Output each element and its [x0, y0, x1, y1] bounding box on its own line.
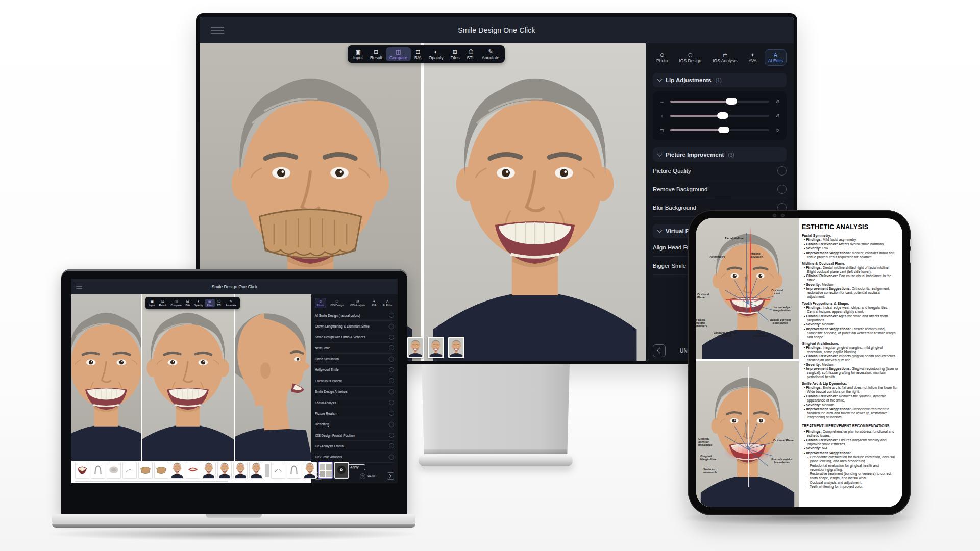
- result-thumbnail-3[interactable]: [448, 337, 464, 358]
- strip-thumbnail-15-arch[interactable]: [287, 462, 301, 479]
- design-option-edentulous-patient[interactable]: Edentulous Patient: [315, 375, 394, 386]
- ava-icon: ✦: [373, 299, 375, 303]
- thumbnail-scrollbar[interactable]: [71, 480, 311, 483]
- section-header-lip-adjustments[interactable]: Lip Adjustments (1): [653, 73, 787, 87]
- design-option-ios-analysis-frontal[interactable]: IOS Analysis Frontal: [315, 441, 394, 452]
- toggle-hollywood-smile[interactable]: [389, 367, 394, 372]
- strip-thumbnail-16-face[interactable]: [303, 462, 317, 479]
- redo-button[interactable]: ↷REDO: [360, 473, 376, 479]
- strip-thumbnail-1-teeth[interactable]: [75, 462, 89, 479]
- design-option-facial-analysis[interactable]: Facial Analysis: [315, 397, 394, 408]
- option-row-remove-background[interactable]: Remove Background: [653, 180, 787, 198]
- laptop-toolbar-stl-button[interactable]: ⬡STL: [215, 299, 224, 308]
- laptop-toolbar-result-button[interactable]: ⊡Result: [157, 299, 169, 308]
- monitor-toolbar-input-button[interactable]: ▣Input: [350, 47, 366, 61]
- strip-thumbnail-6-denture[interactable]: [154, 462, 168, 479]
- laptop-tab-ios-design[interactable]: ⬡iOS Design: [328, 298, 346, 308]
- laptop-toolbar-input-button[interactable]: ▣Input: [147, 299, 157, 308]
- toggle-ai-smile-design-natural-colors[interactable]: [389, 313, 394, 318]
- toggle-smile-design-anteriors[interactable]: [389, 389, 394, 394]
- toggle-ios-design-frontal-position[interactable]: [389, 433, 394, 438]
- toggle-ios-smile-analysis[interactable]: [389, 455, 394, 460]
- monitor-toolbar-opacity-button[interactable]: ◐Opacity: [425, 47, 447, 61]
- design-option-ortho-simulation[interactable]: Ortho Simulation: [315, 354, 394, 364]
- toggle-new-smile[interactable]: [389, 345, 394, 350]
- laptop-toolbar-annotate-button[interactable]: ✎Annotate: [224, 299, 238, 308]
- design-option-hollywood-smile[interactable]: Hollywood Smile: [315, 365, 394, 375]
- annotation-label-buccal-corridor-boundaries: Buccal corridor boundaries: [766, 318, 795, 324]
- design-option-crown-lengthening-dominant-smile[interactable]: Crown Lengthening & Dominant Smile: [315, 321, 394, 332]
- slider-track[interactable]: [670, 115, 769, 117]
- monitor-toolbar-files-button[interactable]: ⊞Files: [447, 47, 463, 61]
- strip-thumbnail-3-plate[interactable]: [107, 462, 121, 479]
- result-thumbnail-1[interactable]: [407, 337, 424, 358]
- laptop-toolbar-b-a-button[interactable]: ⊟B/A: [184, 299, 192, 308]
- toggle-facial-analysis[interactable]: [389, 400, 394, 405]
- toggle-picture-quality[interactable]: [777, 166, 787, 176]
- section-header-picture-improvement[interactable]: Picture Improvement (3): [653, 147, 787, 162]
- toggle-ios-analysis-frontal[interactable]: [389, 443, 394, 448]
- monitor-toolbar-b-a-button[interactable]: ⊟B/A: [411, 47, 425, 61]
- laptop-tab-ai-edits[interactable]: AAI Edits: [381, 298, 394, 308]
- strip-thumbnail-5-denture[interactable]: [138, 462, 153, 479]
- design-option-smile-design-anteriors[interactable]: Smile Design Anteriors: [315, 387, 394, 397]
- slider-reset-button[interactable]: ↺: [774, 128, 780, 133]
- laptop-toolbar-compare-button[interactable]: ◫Compare: [168, 299, 183, 308]
- monitor-toolbar-result-button[interactable]: ⊡Result: [366, 47, 386, 61]
- monitor-tab-ios-analysis[interactable]: ⇄IOS Analysis: [709, 49, 741, 66]
- menu-hamburger-icon[interactable]: [211, 27, 224, 34]
- design-option-bleaching[interactable]: Bleaching: [315, 419, 394, 430]
- next-button[interactable]: [387, 472, 394, 480]
- monitor-tab-photo[interactable]: ⊙Photo: [653, 49, 671, 66]
- design-option-ai-smile-design-natural-colors[interactable]: AI Smile Design (natural colors): [315, 310, 394, 321]
- strip-thumbnail-18-disc[interactable]: [334, 462, 349, 479]
- strip-thumbnail-4-archline[interactable]: [122, 462, 137, 479]
- monitor-toolbar-compare-button[interactable]: ◫Compare: [386, 47, 411, 61]
- slider-knob[interactable]: [717, 112, 728, 119]
- strip-thumbnail-7-face[interactable]: [170, 462, 184, 479]
- toggle-bleaching[interactable]: [389, 422, 394, 427]
- toggle-remove-background[interactable]: [777, 185, 787, 194]
- slider-knob[interactable]: [718, 127, 729, 133]
- toggle-ortho-simulation[interactable]: [389, 357, 394, 362]
- strip-thumbnail-8-lips[interactable]: [186, 462, 200, 479]
- laptop-toolbar-opacity-button[interactable]: ◐Opacity: [192, 299, 205, 308]
- monitor-tab-ios-design[interactable]: ⬡IOS Design: [675, 49, 704, 66]
- laptop-app-body: ▣Input⊡Result◫Compare⊟B/A◐Opacity⊞Files⬡…: [71, 294, 398, 483]
- toggle-edentulous-patient[interactable]: [389, 378, 394, 383]
- design-option-new-smile[interactable]: New Smile: [315, 343, 394, 354]
- laptop-tab-photo[interactable]: ⊙Photo: [315, 298, 326, 308]
- slider-reset-button[interactable]: ↺: [774, 99, 780, 104]
- monitor-toolbar-stl-button[interactable]: ⬡STL: [463, 47, 478, 61]
- slider-knob[interactable]: [726, 98, 737, 105]
- laptop-tab-ava[interactable]: ✦AVA: [370, 298, 379, 308]
- toggle-smile-design-with-ortho-veneers[interactable]: [389, 335, 394, 340]
- monitor-toolbar-annotate-button[interactable]: ✎Annotate: [478, 47, 503, 61]
- design-option-picture-realism[interactable]: Picture Realism: [315, 408, 394, 419]
- strip-thumbnail-11-face[interactable]: [233, 462, 248, 479]
- chevron-right-icon: [388, 474, 391, 478]
- strip-thumbnail-14-archline[interactable]: [271, 462, 285, 479]
- slider-reset-button[interactable]: ↺: [774, 113, 780, 118]
- collapse-panel-button[interactable]: [653, 344, 666, 357]
- strip-thumbnail-9-face[interactable]: [202, 462, 216, 479]
- toggle-crown-lengthening-dominant-smile[interactable]: [389, 324, 394, 329]
- strip-thumbnail-2-arch[interactable]: [91, 462, 105, 479]
- design-option-ios-design-frontal-position[interactable]: IOS Design Frontal Position: [315, 430, 394, 441]
- laptop-toolbar-files-button[interactable]: ⊞Files: [205, 299, 215, 308]
- report-section-facial-symmetry: Facial Symmetry:Findings: Mild facial as…: [802, 234, 899, 259]
- result-thumbnail-2[interactable]: [428, 337, 444, 358]
- menu-hamburger-icon[interactable]: [76, 284, 82, 288]
- slider-track[interactable]: [670, 129, 769, 131]
- design-option-smile-design-with-ortho-veneers[interactable]: Smile Design with Ortho & Veneers: [315, 332, 394, 343]
- strip-thumbnail-10-face[interactable]: [217, 462, 232, 479]
- monitor-tab-ai-edits[interactable]: AAI Edits: [765, 49, 787, 66]
- monitor-tab-ava[interactable]: ✦AVA: [745, 49, 761, 66]
- laptop-tab-ios-analysis[interactable]: ⇄iOS Analysis: [348, 298, 367, 308]
- slider-track[interactable]: [670, 101, 769, 103]
- toggle-picture-realism[interactable]: [389, 411, 394, 416]
- design-option-ios-smile-analysis[interactable]: IOS Smile Analysis: [315, 452, 394, 463]
- strip-thumbnail-12-face[interactable]: [249, 462, 263, 479]
- option-row-picture-quality[interactable]: Picture Quality: [653, 162, 787, 180]
- photo-icon: ⊙: [319, 299, 322, 303]
